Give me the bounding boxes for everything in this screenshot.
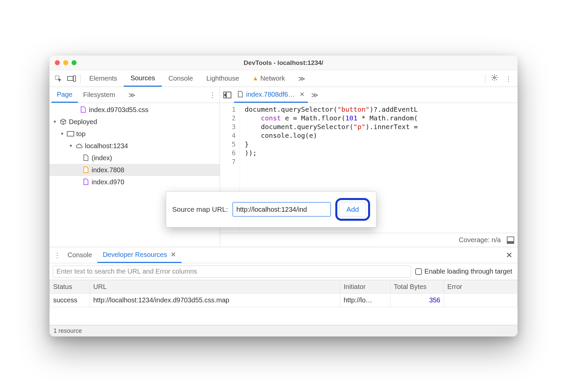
window-title: DevTools - localhost:1234/ <box>49 59 518 67</box>
navigator-tabs: Page Filesystem ≫ ⋮ <box>49 87 220 103</box>
editor-tabs: index.7808df6… ✕ ≫ <box>220 87 518 103</box>
svg-point-3 <box>493 77 495 79</box>
titlebar: DevTools - localhost:1234/ <box>49 56 518 70</box>
tree-label: index.d970 <box>92 178 124 186</box>
tree-label: top <box>76 130 86 138</box>
toolbar-divider <box>80 74 81 83</box>
table-row-empty <box>50 307 518 325</box>
tree-file-index[interactable]: (index) <box>49 152 220 164</box>
editor-tab-active[interactable]: index.7808df6… ✕ <box>234 87 308 103</box>
tree-label: index.d9703d55.css <box>89 106 148 114</box>
cell-initiator: http://lo… <box>340 294 390 307</box>
resources-table: Status URL Initiator Total Bytes Error s… <box>49 280 518 325</box>
device-toolbar-icon[interactable] <box>65 75 78 82</box>
tree-label: index.7808 <box>92 166 124 174</box>
cloud-icon <box>76 143 83 149</box>
tree-origin-localhost[interactable]: ▼ localhost:1234 <box>49 140 220 152</box>
editor-tabs-overflow[interactable]: ≫ <box>308 91 322 99</box>
close-tab-icon[interactable]: ✕ <box>171 251 176 259</box>
tab-network[interactable]: ▲ Network <box>246 70 292 87</box>
tab-lighthouse[interactable]: Lighthouse <box>200 70 246 87</box>
dialog-label: Source map URL: <box>172 205 228 213</box>
drawer-tabs: ⋮ Console Developer Resources ✕ ✕ <box>49 247 518 263</box>
drawer-tab-console[interactable]: Console <box>62 247 97 263</box>
drawer-statusbar: 1 resource <box>49 325 518 336</box>
tabs-overflow[interactable]: ≫ <box>292 70 312 87</box>
tree-label: localhost:1234 <box>85 142 128 150</box>
devtools-window: DevTools - localhost:1234/ Elements Sour… <box>49 56 518 336</box>
drawer: ⋮ Console Developer Resources ✕ ✕ Enter … <box>49 247 518 336</box>
disclosure-triangle-icon: ▼ <box>53 119 58 124</box>
subtab-page[interactable]: Page <box>51 87 78 103</box>
editor-tab-label: index.7808df6… <box>246 91 295 98</box>
tree-file-css[interactable]: index.d9703d55.css <box>49 104 220 116</box>
subtab-filesystem[interactable]: Filesystem <box>78 87 121 103</box>
warning-icon: ▲ <box>252 75 258 82</box>
navigator-more-icon[interactable]: ⋮ <box>208 91 218 99</box>
tree-frame-top[interactable]: ▼ top <box>49 128 220 140</box>
close-drawer-icon[interactable]: ✕ <box>503 251 515 260</box>
tab-sources[interactable]: Sources <box>124 70 161 87</box>
col-initiator[interactable]: Initiator <box>340 280 390 294</box>
file-icon <box>82 155 90 161</box>
checkbox-label: Enable loading through target <box>425 268 512 275</box>
add-button[interactable]: Add <box>339 202 366 217</box>
tree-label: (index) <box>92 154 112 162</box>
col-url[interactable]: URL <box>90 280 340 294</box>
tab-console[interactable]: Console <box>162 70 200 87</box>
tree-file-css2[interactable]: index.d970 <box>49 176 220 188</box>
disclosure-triangle-icon: ▼ <box>60 131 65 136</box>
close-tab-icon[interactable]: ✕ <box>300 91 305 98</box>
col-bytes[interactable]: Total Bytes <box>390 280 444 294</box>
col-status[interactable]: Status <box>50 280 90 294</box>
toggle-navigator-icon[interactable] <box>221 92 234 98</box>
disclosure-triangle-icon: ▼ <box>69 143 74 148</box>
svg-rect-1 <box>68 76 73 80</box>
tab-elements[interactable]: Elements <box>83 70 124 87</box>
coverage-label: Coverage: n/a <box>459 236 501 244</box>
file-icon <box>82 167 90 173</box>
source-map-url-input[interactable] <box>233 202 331 216</box>
cell-status: success <box>50 294 90 307</box>
checkbox-icon <box>415 268 422 275</box>
cell-bytes: 356 <box>390 294 444 307</box>
table-row[interactable]: success http://localhost:1234/index.d970… <box>50 294 518 307</box>
file-icon <box>80 106 87 113</box>
cube-icon <box>60 118 67 125</box>
show-drawer-icon[interactable] <box>507 236 514 244</box>
cell-error <box>444 294 518 307</box>
tree-label: Deployed <box>69 118 97 126</box>
drawer-tab-label: Developer Resources <box>103 251 167 259</box>
tree-group-deployed[interactable]: ▼ Deployed <box>49 116 220 128</box>
add-button-highlight: Add <box>335 198 370 221</box>
source-map-dialog: Source map URL: Add <box>166 191 376 227</box>
frame-icon <box>67 131 74 136</box>
col-error[interactable]: Error <box>444 280 518 294</box>
filter-input[interactable]: Enter text to search the URL and Error c… <box>53 266 411 278</box>
svg-rect-2 <box>74 76 76 81</box>
enable-loading-checkbox[interactable]: Enable loading through target <box>415 268 514 275</box>
file-icon <box>82 179 90 185</box>
drawer-tab-devresources[interactable]: Developer Resources ✕ <box>97 247 181 263</box>
settings-gear-icon[interactable] <box>487 74 501 83</box>
tab-network-label: Network <box>260 75 285 82</box>
tree-file-js-selected[interactable]: index.7808 <box>49 164 220 176</box>
subtabs-overflow[interactable]: ≫ <box>123 87 141 103</box>
status-text: 1 resource <box>53 327 82 334</box>
toolbar-divider <box>485 74 485 83</box>
editor-footer: Coverage: n/a <box>220 233 518 247</box>
filter-placeholder: Enter text to search the URL and Error c… <box>56 268 197 275</box>
resources-filterbar: Enter text to search the URL and Error c… <box>49 263 518 280</box>
inspect-element-icon[interactable] <box>51 75 65 82</box>
main-toolbar: Elements Sources Console Lighthouse ▲ Ne… <box>49 70 518 87</box>
cell-url: http://localhost:1234/index.d9703d55.css… <box>90 294 340 307</box>
drawer-more-icon[interactable]: ⋮ <box>52 251 62 259</box>
more-menu-icon[interactable]: ⋮ <box>501 75 516 83</box>
svg-marker-6 <box>224 94 226 96</box>
